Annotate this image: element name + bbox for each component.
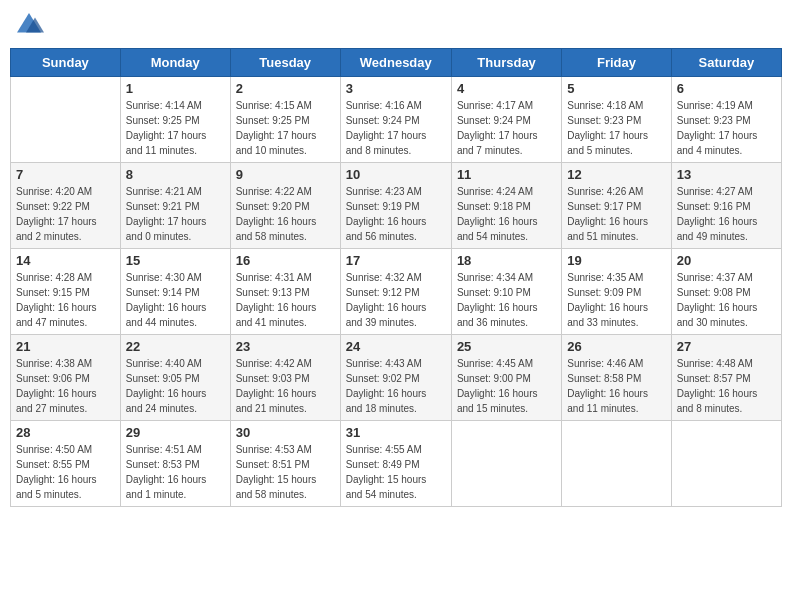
day-info: Sunrise: 4:26 AM Sunset: 9:17 PM Dayligh… bbox=[567, 184, 665, 244]
day-info: Sunrise: 4:31 AM Sunset: 9:13 PM Dayligh… bbox=[236, 270, 335, 330]
day-info: Sunrise: 4:40 AM Sunset: 9:05 PM Dayligh… bbox=[126, 356, 225, 416]
calendar-cell bbox=[451, 421, 561, 507]
day-number: 19 bbox=[567, 253, 665, 268]
calendar-cell: 1Sunrise: 4:14 AM Sunset: 9:25 PM Daylig… bbox=[120, 77, 230, 163]
day-number: 16 bbox=[236, 253, 335, 268]
day-number: 3 bbox=[346, 81, 446, 96]
header-saturday: Saturday bbox=[671, 49, 781, 77]
calendar-cell: 3Sunrise: 4:16 AM Sunset: 9:24 PM Daylig… bbox=[340, 77, 451, 163]
day-number: 9 bbox=[236, 167, 335, 182]
day-info: Sunrise: 4:18 AM Sunset: 9:23 PM Dayligh… bbox=[567, 98, 665, 158]
calendar-cell: 28Sunrise: 4:50 AM Sunset: 8:55 PM Dayli… bbox=[11, 421, 121, 507]
calendar-cell: 18Sunrise: 4:34 AM Sunset: 9:10 PM Dayli… bbox=[451, 249, 561, 335]
day-info: Sunrise: 4:20 AM Sunset: 9:22 PM Dayligh… bbox=[16, 184, 115, 244]
calendar-cell: 9Sunrise: 4:22 AM Sunset: 9:20 PM Daylig… bbox=[230, 163, 340, 249]
day-info: Sunrise: 4:19 AM Sunset: 9:23 PM Dayligh… bbox=[677, 98, 776, 158]
day-number: 31 bbox=[346, 425, 446, 440]
day-number: 2 bbox=[236, 81, 335, 96]
day-info: Sunrise: 4:28 AM Sunset: 9:15 PM Dayligh… bbox=[16, 270, 115, 330]
day-number: 21 bbox=[16, 339, 115, 354]
day-number: 13 bbox=[677, 167, 776, 182]
day-info: Sunrise: 4:45 AM Sunset: 9:00 PM Dayligh… bbox=[457, 356, 556, 416]
calendar-cell: 24Sunrise: 4:43 AM Sunset: 9:02 PM Dayli… bbox=[340, 335, 451, 421]
day-info: Sunrise: 4:37 AM Sunset: 9:08 PM Dayligh… bbox=[677, 270, 776, 330]
calendar-header-row: SundayMondayTuesdayWednesdayThursdayFrid… bbox=[11, 49, 782, 77]
day-info: Sunrise: 4:30 AM Sunset: 9:14 PM Dayligh… bbox=[126, 270, 225, 330]
calendar-cell: 21Sunrise: 4:38 AM Sunset: 9:06 PM Dayli… bbox=[11, 335, 121, 421]
day-number: 22 bbox=[126, 339, 225, 354]
day-number: 24 bbox=[346, 339, 446, 354]
calendar-cell: 7Sunrise: 4:20 AM Sunset: 9:22 PM Daylig… bbox=[11, 163, 121, 249]
calendar-cell bbox=[562, 421, 671, 507]
calendar-cell: 27Sunrise: 4:48 AM Sunset: 8:57 PM Dayli… bbox=[671, 335, 781, 421]
header-thursday: Thursday bbox=[451, 49, 561, 77]
calendar-cell: 23Sunrise: 4:42 AM Sunset: 9:03 PM Dayli… bbox=[230, 335, 340, 421]
day-info: Sunrise: 4:50 AM Sunset: 8:55 PM Dayligh… bbox=[16, 442, 115, 502]
calendar-cell: 4Sunrise: 4:17 AM Sunset: 9:24 PM Daylig… bbox=[451, 77, 561, 163]
calendar-cell: 14Sunrise: 4:28 AM Sunset: 9:15 PM Dayli… bbox=[11, 249, 121, 335]
calendar-week-row: 7Sunrise: 4:20 AM Sunset: 9:22 PM Daylig… bbox=[11, 163, 782, 249]
calendar-cell: 2Sunrise: 4:15 AM Sunset: 9:25 PM Daylig… bbox=[230, 77, 340, 163]
day-number: 4 bbox=[457, 81, 556, 96]
day-info: Sunrise: 4:38 AM Sunset: 9:06 PM Dayligh… bbox=[16, 356, 115, 416]
day-number: 23 bbox=[236, 339, 335, 354]
day-number: 29 bbox=[126, 425, 225, 440]
calendar-cell: 25Sunrise: 4:45 AM Sunset: 9:00 PM Dayli… bbox=[451, 335, 561, 421]
calendar-week-row: 28Sunrise: 4:50 AM Sunset: 8:55 PM Dayli… bbox=[11, 421, 782, 507]
calendar-cell: 30Sunrise: 4:53 AM Sunset: 8:51 PM Dayli… bbox=[230, 421, 340, 507]
day-info: Sunrise: 4:55 AM Sunset: 8:49 PM Dayligh… bbox=[346, 442, 446, 502]
calendar-cell: 19Sunrise: 4:35 AM Sunset: 9:09 PM Dayli… bbox=[562, 249, 671, 335]
calendar-cell: 8Sunrise: 4:21 AM Sunset: 9:21 PM Daylig… bbox=[120, 163, 230, 249]
day-info: Sunrise: 4:51 AM Sunset: 8:53 PM Dayligh… bbox=[126, 442, 225, 502]
day-info: Sunrise: 4:17 AM Sunset: 9:24 PM Dayligh… bbox=[457, 98, 556, 158]
day-number: 8 bbox=[126, 167, 225, 182]
calendar-cell: 20Sunrise: 4:37 AM Sunset: 9:08 PM Dayli… bbox=[671, 249, 781, 335]
day-number: 14 bbox=[16, 253, 115, 268]
calendar-table: SundayMondayTuesdayWednesdayThursdayFrid… bbox=[10, 48, 782, 507]
day-info: Sunrise: 4:14 AM Sunset: 9:25 PM Dayligh… bbox=[126, 98, 225, 158]
day-number: 26 bbox=[567, 339, 665, 354]
day-number: 27 bbox=[677, 339, 776, 354]
calendar-week-row: 21Sunrise: 4:38 AM Sunset: 9:06 PM Dayli… bbox=[11, 335, 782, 421]
calendar-cell: 22Sunrise: 4:40 AM Sunset: 9:05 PM Dayli… bbox=[120, 335, 230, 421]
calendar-cell: 11Sunrise: 4:24 AM Sunset: 9:18 PM Dayli… bbox=[451, 163, 561, 249]
day-number: 6 bbox=[677, 81, 776, 96]
calendar-cell bbox=[11, 77, 121, 163]
calendar-week-row: 14Sunrise: 4:28 AM Sunset: 9:15 PM Dayli… bbox=[11, 249, 782, 335]
calendar-cell: 10Sunrise: 4:23 AM Sunset: 9:19 PM Dayli… bbox=[340, 163, 451, 249]
calendar-cell: 5Sunrise: 4:18 AM Sunset: 9:23 PM Daylig… bbox=[562, 77, 671, 163]
day-info: Sunrise: 4:15 AM Sunset: 9:25 PM Dayligh… bbox=[236, 98, 335, 158]
day-info: Sunrise: 4:34 AM Sunset: 9:10 PM Dayligh… bbox=[457, 270, 556, 330]
day-info: Sunrise: 4:22 AM Sunset: 9:20 PM Dayligh… bbox=[236, 184, 335, 244]
calendar-cell: 26Sunrise: 4:46 AM Sunset: 8:58 PM Dayli… bbox=[562, 335, 671, 421]
day-info: Sunrise: 4:48 AM Sunset: 8:57 PM Dayligh… bbox=[677, 356, 776, 416]
header-sunday: Sunday bbox=[11, 49, 121, 77]
day-number: 11 bbox=[457, 167, 556, 182]
day-number: 12 bbox=[567, 167, 665, 182]
calendar-cell: 6Sunrise: 4:19 AM Sunset: 9:23 PM Daylig… bbox=[671, 77, 781, 163]
header-wednesday: Wednesday bbox=[340, 49, 451, 77]
calendar-cell: 12Sunrise: 4:26 AM Sunset: 9:17 PM Dayli… bbox=[562, 163, 671, 249]
day-number: 18 bbox=[457, 253, 556, 268]
day-info: Sunrise: 4:53 AM Sunset: 8:51 PM Dayligh… bbox=[236, 442, 335, 502]
calendar-cell: 15Sunrise: 4:30 AM Sunset: 9:14 PM Dayli… bbox=[120, 249, 230, 335]
day-info: Sunrise: 4:43 AM Sunset: 9:02 PM Dayligh… bbox=[346, 356, 446, 416]
calendar-cell: 13Sunrise: 4:27 AM Sunset: 9:16 PM Dayli… bbox=[671, 163, 781, 249]
day-number: 15 bbox=[126, 253, 225, 268]
calendar-cell: 17Sunrise: 4:32 AM Sunset: 9:12 PM Dayli… bbox=[340, 249, 451, 335]
header-tuesday: Tuesday bbox=[230, 49, 340, 77]
calendar-cell: 31Sunrise: 4:55 AM Sunset: 8:49 PM Dayli… bbox=[340, 421, 451, 507]
day-info: Sunrise: 4:32 AM Sunset: 9:12 PM Dayligh… bbox=[346, 270, 446, 330]
day-number: 28 bbox=[16, 425, 115, 440]
page-header bbox=[10, 10, 782, 40]
day-number: 5 bbox=[567, 81, 665, 96]
calendar-cell bbox=[671, 421, 781, 507]
day-info: Sunrise: 4:24 AM Sunset: 9:18 PM Dayligh… bbox=[457, 184, 556, 244]
day-number: 17 bbox=[346, 253, 446, 268]
day-info: Sunrise: 4:46 AM Sunset: 8:58 PM Dayligh… bbox=[567, 356, 665, 416]
day-info: Sunrise: 4:42 AM Sunset: 9:03 PM Dayligh… bbox=[236, 356, 335, 416]
day-number: 1 bbox=[126, 81, 225, 96]
day-info: Sunrise: 4:35 AM Sunset: 9:09 PM Dayligh… bbox=[567, 270, 665, 330]
day-number: 10 bbox=[346, 167, 446, 182]
calendar-cell: 16Sunrise: 4:31 AM Sunset: 9:13 PM Dayli… bbox=[230, 249, 340, 335]
